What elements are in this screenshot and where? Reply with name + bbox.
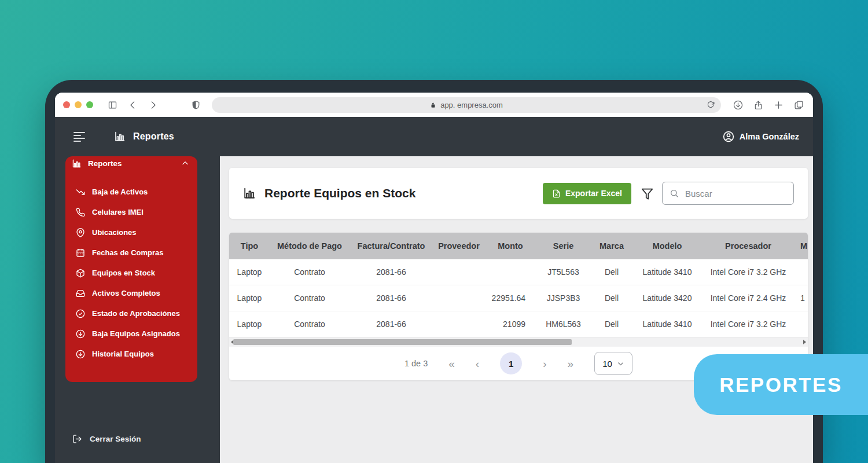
horizontal-scrollbar[interactable] [229, 337, 808, 347]
app-body: Reportes Baja de ActivosCelulares IMEIUb… [55, 156, 813, 463]
user-avatar-icon [723, 131, 734, 142]
sidebar-item-baja-equipos-asignados[interactable]: Baja Equipos Asignados [65, 324, 197, 344]
table-cell: 21099 [485, 311, 536, 337]
excel-file-icon [552, 189, 561, 198]
next-page-button[interactable]: › [543, 358, 546, 369]
back-button[interactable] [128, 100, 138, 110]
sidebar-item-fechas-de-compras[interactable]: Fechas de Compras [65, 242, 197, 263]
table-header-row: TipoMétodo de PagoFactura/ContratoProvee… [229, 233, 808, 259]
arrow-down-circle-icon [76, 350, 85, 359]
shield-icon[interactable] [191, 100, 201, 110]
phone-icon [76, 208, 85, 217]
table-cell: Contrato [270, 285, 350, 311]
filter-button[interactable] [641, 188, 653, 200]
table-cell [795, 259, 808, 285]
column-header: Método de Pago [270, 233, 350, 259]
close-button[interactable] [63, 101, 70, 108]
new-tab-button[interactable] [774, 100, 784, 110]
table-cell: Latitude 3410 [632, 311, 702, 337]
sidebar-item-label: Activos Completos [92, 289, 160, 297]
table-row: LaptopContrato2081-6621099HM6L563DellLat… [229, 311, 808, 337]
scroll-right-arrow[interactable] [803, 340, 806, 344]
share-button[interactable] [753, 100, 763, 110]
column-header: Factura/Contrato [350, 233, 433, 259]
page-size-select[interactable]: 10 [594, 352, 632, 375]
url-text: app. empresa.com [440, 101, 503, 109]
prev-page-button[interactable]: ‹ [476, 358, 479, 369]
main-content: Reporte Equipos en Stock Exportar Excel [220, 156, 813, 463]
lock-icon [430, 101, 436, 108]
menu-toggle-button[interactable] [73, 132, 85, 142]
search-box[interactable] [662, 182, 794, 205]
calendar-icon [76, 248, 85, 258]
table-cell: 2081-66 [350, 259, 433, 285]
table-cell: Dell [591, 285, 632, 311]
appbar-title: Reportes [133, 131, 174, 142]
page-info: 1 de 3 [404, 359, 428, 368]
banner-label: REPORTES [719, 373, 843, 396]
browser-chrome: app. empresa.com [55, 93, 813, 117]
export-excel-button[interactable]: Exportar Excel [543, 183, 631, 204]
url-bar[interactable]: app. empresa.com [212, 97, 721, 113]
sidebar-item-label: Baja Equipos Asignados [92, 329, 180, 338]
table-cell: 2081-66 [350, 311, 433, 337]
bar-chart-icon [114, 131, 126, 142]
sidebar-item-label: Estado de Aprobaciónes [92, 309, 180, 318]
column-header: Marca [591, 233, 632, 259]
column-header: Serie [536, 233, 591, 259]
table-cell: Laptop [229, 311, 270, 337]
sidebar-item-estado-de-aprobaciones[interactable]: Estado de Aprobaciónes [65, 303, 197, 324]
sidebar-item-historial-equipos[interactable]: Historial Equipos [65, 344, 197, 364]
downloads-button[interactable] [733, 100, 743, 110]
sidebar-toggle-button[interactable] [108, 100, 117, 110]
zoom-button[interactable] [86, 101, 93, 108]
first-page-button[interactable]: « [448, 358, 455, 369]
sidebar-item-baja-de-activos[interactable]: Baja de Activos [65, 182, 197, 202]
current-page-button[interactable]: 1 [500, 352, 522, 374]
column-header: Tipo [229, 233, 270, 259]
table-cell: JJSP3B3 [536, 285, 591, 311]
table-cell: Contrato [270, 259, 350, 285]
bar-chart-icon [72, 159, 82, 168]
sidebar-item-equipos-en-stock[interactable]: Equipos en Stock [65, 263, 197, 283]
forward-button[interactable] [148, 100, 158, 110]
table-cell [433, 285, 485, 311]
sidebar-item-label: Ubicaciones [92, 228, 137, 237]
last-page-button[interactable]: » [567, 358, 573, 369]
table-cell: Latitude 3410 [632, 259, 702, 285]
search-icon [670, 189, 679, 198]
check-circle-icon [76, 309, 85, 318]
table-row: LaptopContrato2081-6622951.64JJSP3B3Dell… [229, 285, 808, 311]
inbox-icon [76, 289, 85, 298]
sidebar-item-label: Baja de Activos [92, 188, 148, 196]
sidebar-item-activos-completos[interactable]: Activos Completos [65, 283, 197, 303]
scrollbar-thumb[interactable] [233, 339, 572, 345]
sidebar-item-label: Fechas de Compras [92, 248, 164, 257]
sidebar-item-label: Equipos en Stock [92, 269, 155, 277]
table-row: LaptopContrato2081-66JT5L563DellLatitude… [229, 259, 808, 285]
traffic-lights [63, 101, 93, 108]
sidebar-item-celulares-imei[interactable]: Celulares IMEI [65, 202, 197, 222]
reload-button[interactable] [707, 101, 715, 109]
user-menu[interactable]: Alma González [723, 131, 799, 142]
table-clip: TipoMétodo de PagoFactura/ContratoProvee… [229, 233, 808, 337]
table-cell: Intel Core i7 2.4 GHz [702, 285, 795, 311]
table-cell [433, 259, 485, 285]
column-header: Proveedor [433, 233, 485, 259]
reportes-banner: REPORTES [694, 354, 868, 415]
table-cell: Laptop [229, 285, 270, 311]
sidebar-item-ubicaciones[interactable]: Ubicaciones [65, 222, 197, 242]
logout-button[interactable]: Cerrar Sesión [72, 434, 141, 444]
search-input[interactable] [684, 188, 788, 199]
app-topbar: Reportes Alma González [55, 117, 813, 156]
sidebar: Reportes Baja de ActivosCelulares IMEIUb… [65, 156, 197, 382]
table-cell [795, 311, 808, 337]
table-cell [485, 259, 536, 285]
sidebar-header-reportes[interactable]: Reportes [65, 156, 197, 175]
trending-down-icon [76, 188, 85, 197]
tabs-overview-button[interactable] [794, 100, 804, 110]
stock-table: TipoMétodo de PagoFactura/ContratoProvee… [229, 233, 808, 337]
log-out-icon [72, 434, 82, 444]
table-cell: 22951.64 [485, 285, 536, 311]
minimize-button[interactable] [75, 101, 82, 108]
